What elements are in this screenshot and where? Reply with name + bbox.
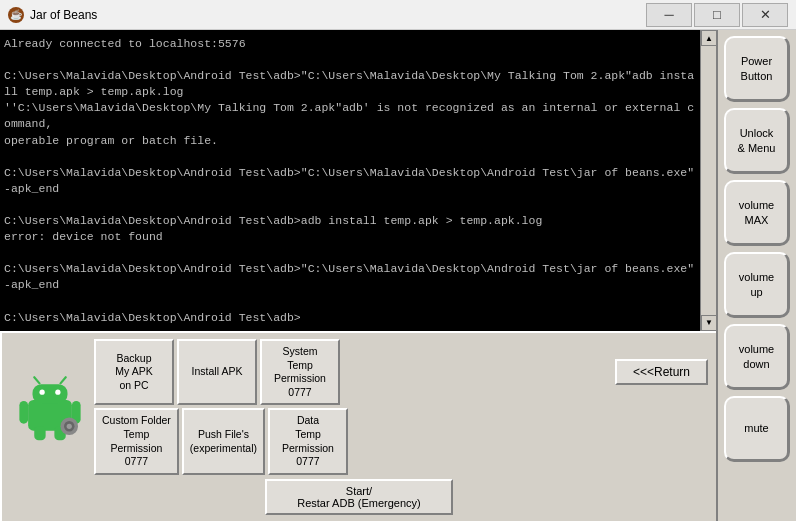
volume-max-button[interactable]: volume MAX	[724, 180, 790, 246]
terminal-wrapper: Already connected to localhost:5576 C:\U…	[0, 30, 716, 331]
top-button-row: Backup My APK on PC Install APK System T…	[94, 339, 708, 406]
android-icon-area	[10, 339, 90, 475]
push-files-button[interactable]: Push File's (experimental)	[182, 408, 265, 475]
scroll-up-arrow[interactable]: ▲	[701, 30, 716, 46]
android-icon	[15, 372, 85, 442]
bottom-panel: Backup My APK on PC Install APK System T…	[0, 331, 716, 521]
scroll-track	[701, 46, 716, 315]
scroll-down-arrow[interactable]: ▼	[701, 315, 716, 331]
bottom-button-row: Custom Folder Temp Permission 0777 Push …	[94, 408, 708, 475]
grid-buttons: Backup My APK on PC Install APK System T…	[94, 339, 708, 475]
volume-up-button[interactable]: volume up	[724, 252, 790, 318]
svg-line-4	[34, 377, 39, 383]
backup-apk-button[interactable]: Backup My APK on PC	[94, 339, 174, 406]
svg-rect-8	[34, 426, 45, 440]
window-title: Jar of Beans	[30, 8, 646, 22]
terminal-scrollbar[interactable]: ▲ ▼	[700, 30, 716, 331]
close-button[interactable]: ✕	[742, 3, 788, 27]
title-bar: ☕ Jar of Beans ─ □ ✕	[0, 0, 796, 30]
unlock-menu-button[interactable]: Unlock & Menu	[724, 108, 790, 174]
svg-rect-6	[19, 401, 28, 424]
data-temp-button[interactable]: Data Temp Permission 0777	[268, 408, 348, 475]
main-area: Already connected to localhost:5576 C:\U…	[0, 30, 796, 521]
install-apk-button[interactable]: Install APK	[177, 339, 257, 406]
volume-down-button[interactable]: volume down	[724, 324, 790, 390]
svg-point-3	[55, 389, 60, 394]
svg-point-12	[67, 424, 72, 429]
system-temp-permission-button[interactable]: System Temp Permission 0777	[260, 339, 340, 406]
right-sidebar: Power Button Unlock & Menu volume MAX vo…	[716, 30, 796, 521]
power-button[interactable]: Power Button	[724, 36, 790, 102]
window-controls: ─ □ ✕	[646, 3, 788, 27]
app-icon: ☕	[8, 7, 24, 23]
mute-button[interactable]: mute	[724, 396, 790, 462]
start-row: Start/ Restar ADB (Emergency)	[10, 479, 708, 515]
svg-rect-1	[33, 384, 68, 403]
return-button[interactable]: <<<Return	[615, 359, 708, 385]
left-panel: Already connected to localhost:5576 C:\U…	[0, 30, 716, 521]
start-adb-button[interactable]: Start/ Restar ADB (Emergency)	[265, 479, 452, 515]
button-grid: Backup My APK on PC Install APK System T…	[10, 339, 708, 475]
minimize-button[interactable]: ─	[646, 3, 692, 27]
custom-folder-button[interactable]: Custom Folder Temp Permission 0777	[94, 408, 179, 475]
terminal-output[interactable]: Already connected to localhost:5576 C:\U…	[0, 30, 700, 331]
svg-line-5	[61, 377, 66, 383]
svg-point-2	[40, 389, 45, 394]
maximize-button[interactable]: □	[694, 3, 740, 27]
